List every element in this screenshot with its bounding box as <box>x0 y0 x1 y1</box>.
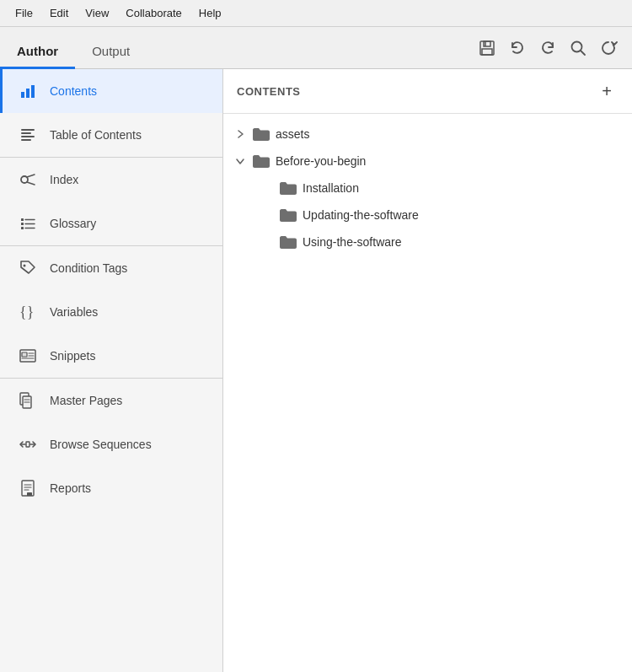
toolbar <box>463 27 632 68</box>
svg-rect-38 <box>27 492 32 496</box>
tree-item-using[interactable]: Using-the-software <box>223 228 632 255</box>
tree-container: assets Before-you-begin <box>223 114 632 672</box>
svg-rect-1 <box>484 41 490 46</box>
tag-icon <box>18 258 38 278</box>
svg-rect-16 <box>21 218 24 221</box>
svg-rect-7 <box>26 89 29 98</box>
menu-collaborate[interactable]: Collaborate <box>117 3 190 23</box>
save-icon <box>478 39 496 57</box>
tree-item-before-you-begin[interactable]: Before-you-begin <box>223 148 632 175</box>
sidebar-item-condition-tags-label: Condition Tags <box>50 261 127 275</box>
reports-icon <box>18 478 38 498</box>
tab-author[interactable]: Author <box>0 35 75 69</box>
tree-item-using-label: Using-the-software <box>303 235 402 249</box>
sidebar-item-index[interactable]: Index <box>0 158 222 202</box>
svg-rect-8 <box>31 85 35 98</box>
sidebar-item-variables-label: Variables <box>50 305 98 319</box>
tree-item-updating[interactable]: Updating-the-software <box>223 202 632 228</box>
content-title: CONTENTS <box>237 85 301 98</box>
svg-rect-12 <box>21 139 31 141</box>
sidebar-item-glossary-label: Glossary <box>50 217 96 230</box>
add-button[interactable]: + <box>595 79 619 103</box>
tree-item-installation[interactable]: Installation <box>223 175 632 202</box>
menu-file[interactable]: File <box>7 3 41 23</box>
sidebar-item-reports[interactable]: Reports <box>0 466 222 510</box>
folder-open-icon <box>252 153 270 169</box>
main-area: Contents Table of Contents <box>0 69 632 672</box>
folder-closed-icon-2 <box>279 180 297 196</box>
tree-item-assets-label: assets <box>276 127 309 141</box>
browse-icon <box>18 434 38 454</box>
sidebar-item-browse-sequences-label: Browse Sequences <box>50 438 152 451</box>
chevron-right-icon <box>233 127 247 141</box>
svg-text:{}: {} <box>19 304 34 320</box>
redo-button[interactable] <box>534 35 561 62</box>
sidebar-item-condition-tags[interactable]: Condition Tags <box>0 246 222 290</box>
search-icon <box>569 39 587 57</box>
svg-rect-11 <box>21 136 35 137</box>
tree-item-installation-label: Installation <box>303 181 359 195</box>
refresh-icon <box>599 39 618 57</box>
svg-rect-25 <box>22 352 27 357</box>
chart-icon <box>18 81 38 101</box>
sidebar-item-toc[interactable]: Table of Contents <box>0 113 222 157</box>
sidebar-item-contents-label: Contents <box>50 84 97 98</box>
master-pages-icon <box>18 390 38 411</box>
sidebar-item-reports-label: Reports <box>50 481 91 495</box>
sidebar-item-master-pages[interactable]: Master Pages <box>0 379 222 422</box>
tab-output[interactable]: Output <box>75 35 147 69</box>
svg-rect-33 <box>26 442 29 447</box>
toc-icon <box>18 125 38 145</box>
variables-icon: {} <box>18 302 38 322</box>
sidebar-item-index-label: Index <box>50 173 78 186</box>
search-button[interactable] <box>565 35 592 62</box>
menu-bar: File Edit View Collaborate Help <box>0 0 632 27</box>
menu-help[interactable]: Help <box>190 3 230 23</box>
sidebar-item-snippets[interactable]: Snippets <box>0 334 222 378</box>
save-button[interactable] <box>474 35 501 62</box>
svg-line-15 <box>27 182 35 185</box>
refresh-button[interactable] <box>595 35 622 62</box>
tree-item-updating-label: Updating-the-software <box>303 208 419 222</box>
svg-rect-9 <box>21 129 35 131</box>
tab-bar: Author Output <box>0 27 632 69</box>
undo-icon <box>508 39 527 57</box>
glossary-icon <box>18 213 38 234</box>
sidebar-item-contents[interactable]: Contents <box>0 69 222 113</box>
snippets-icon <box>18 346 38 366</box>
content-panel: CONTENTS + assets <box>223 69 632 672</box>
chevron-down-icon <box>233 154 247 168</box>
sidebar-item-snippets-label: Snippets <box>50 349 95 363</box>
svg-point-22 <box>24 265 26 267</box>
folder-closed-icon-3 <box>279 207 297 223</box>
sidebar-item-variables[interactable]: {} Variables <box>0 290 222 334</box>
svg-rect-2 <box>482 49 492 55</box>
svg-rect-17 <box>21 223 24 225</box>
sidebar-item-browse-sequences[interactable]: Browse Sequences <box>0 422 222 466</box>
menu-edit[interactable]: Edit <box>41 3 77 23</box>
content-header: CONTENTS + <box>223 69 632 114</box>
undo-button[interactable] <box>504 35 531 62</box>
index-icon <box>18 169 38 190</box>
redo-icon <box>538 39 557 57</box>
sidebar-item-master-pages-label: Master Pages <box>50 394 122 407</box>
tree-item-assets[interactable]: assets <box>223 121 632 148</box>
folder-closed-icon-4 <box>279 234 297 250</box>
svg-line-14 <box>27 175 35 177</box>
svg-line-5 <box>581 51 585 55</box>
sidebar-item-glossary[interactable]: Glossary <box>0 202 222 245</box>
svg-rect-18 <box>21 227 24 229</box>
svg-rect-6 <box>21 92 24 98</box>
sidebar-item-toc-label: Table of Contents <box>50 128 142 142</box>
folder-closed-icon <box>252 126 270 142</box>
tree-item-before-you-begin-label: Before-you-begin <box>276 154 366 168</box>
svg-rect-10 <box>21 132 31 134</box>
sidebar: Contents Table of Contents <box>0 69 223 672</box>
menu-view[interactable]: View <box>77 3 117 23</box>
